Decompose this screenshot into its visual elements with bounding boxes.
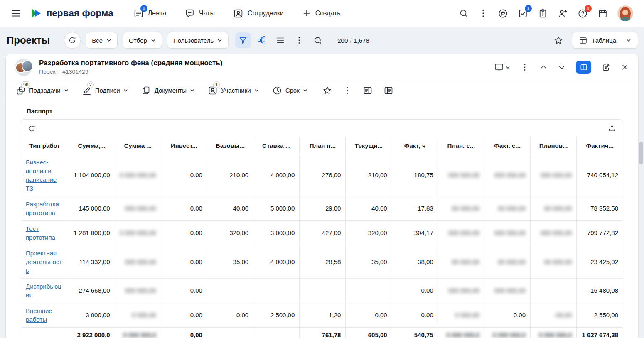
next-record-button[interactable] (558, 63, 566, 71)
nav-item-feed[interactable]: 1 Лента (133, 8, 166, 19)
value-cell: 180,75 (392, 154, 438, 196)
column-header-8[interactable]: Факт, ч (392, 137, 438, 154)
work-type-cell: Проектная деятельность (21, 245, 69, 278)
doc-view-button[interactable] (363, 86, 373, 96)
column-header-6[interactable]: План п... (300, 137, 346, 154)
toolbar-search-button[interactable] (310, 32, 326, 48)
value-cell: 0.00 (392, 303, 438, 327)
column-header-7[interactable]: Текущи... (346, 137, 392, 154)
value-cell: 0.00 (161, 278, 207, 303)
feed-badge: 1 (140, 5, 147, 12)
nav-label-employees: Сотрудники (248, 10, 284, 17)
value-cell: 23 425,02 (577, 245, 623, 278)
user-avatar[interactable] (617, 5, 633, 21)
tab-subtasks[interactable]: 96 Подзадачи (16, 86, 69, 96)
more-icon[interactable] (478, 8, 488, 18)
card-more-button[interactable] (520, 63, 529, 72)
work-type-link[interactable]: Разработка прототипа (26, 201, 59, 216)
tab-signatures[interactable]: 2 Подписи (82, 86, 128, 96)
column-header-3[interactable]: Инвест... (161, 137, 207, 154)
search-icon[interactable] (459, 8, 469, 18)
filter-all-dropdown[interactable]: Все (86, 32, 118, 49)
value-cell: 0.00 (392, 278, 438, 303)
hierarchy-view-button[interactable] (254, 32, 270, 48)
tab-deadline[interactable]: Срок (272, 86, 307, 96)
table-row: Проектная деятельность114 332,00000 000,… (21, 245, 623, 278)
value-cell: 1 627 674,38 (577, 327, 623, 338)
counter-total: 1,678 (354, 37, 369, 44)
refresh-icon (68, 36, 76, 44)
value-cell: 5 000,00 (253, 196, 300, 220)
panel-export-button[interactable] (608, 124, 616, 132)
column-header-10[interactable]: Факт. с... (484, 137, 530, 154)
column-header-11[interactable]: Планов... (531, 137, 577, 154)
deadline-clock-icon (272, 86, 282, 96)
counter-current: 200 (337, 37, 348, 44)
nav-item-create[interactable]: Создать (302, 9, 341, 18)
filter-user-dropdown[interactable]: Пользователь (167, 32, 229, 49)
work-type-cell: Разработка прототипа (21, 196, 69, 220)
app-logo[interactable]: первая форма (30, 7, 113, 20)
screen-share-button[interactable] (494, 62, 510, 72)
column-header-4[interactable]: Базовы... (207, 137, 253, 154)
tab-participants[interactable]: 1 Участники (208, 86, 259, 96)
filter-funnel-button[interactable] (235, 32, 251, 48)
help-icon[interactable]: 1 (578, 8, 588, 19)
favorite-view-button[interactable] (553, 35, 563, 45)
vertical-scrollbar-thumb[interactable] (639, 142, 643, 164)
tabs-more-button[interactable] (343, 86, 352, 95)
prev-record-button[interactable] (539, 63, 548, 71)
clipboard-icon[interactable] (538, 8, 548, 19)
task-card-actions (494, 61, 629, 74)
help-badge: 1 (585, 5, 592, 12)
toolbar-more-button[interactable] (291, 32, 307, 48)
calendar-icon[interactable] (597, 8, 608, 19)
work-type-cell: Внешние работы (21, 303, 69, 327)
doc-view-icon (363, 86, 373, 96)
favorites-icon[interactable] (498, 8, 508, 19)
column-header-1[interactable]: Сумма,... (69, 137, 115, 154)
close-button[interactable] (621, 63, 629, 71)
documents-icon (141, 86, 151, 96)
work-type-link[interactable]: Проектная деятельность (26, 250, 62, 274)
nav-item-chats[interactable]: Чаты (184, 8, 215, 19)
value-cell: 799 772,82 (577, 220, 623, 245)
chevron-down-icon (558, 63, 566, 71)
chats-icon (184, 8, 195, 19)
view-switcher-label: Таблица (592, 37, 616, 44)
column-header-2[interactable]: Сумма ... (115, 137, 161, 154)
edit-button[interactable] (601, 63, 611, 72)
work-type-link[interactable]: Тест прототипа (26, 225, 55, 241)
tab-extra-actions (322, 86, 393, 96)
grid-header-row: Тип работСумма,...Сумма ...Инвест...Базо… (21, 137, 623, 154)
subtasks-icon: 96 (16, 86, 26, 96)
column-header-5[interactable]: Ставка ... (253, 137, 300, 154)
logo-mark-icon (30, 7, 42, 20)
favorite-task-button[interactable] (322, 86, 332, 95)
nav-item-employees[interactable]: Сотрудники (233, 8, 284, 19)
work-type-link[interactable]: Дистрибьюция (26, 283, 61, 299)
feed-icon: 1 (133, 8, 144, 19)
tasks-icon[interactable]: 1 (518, 8, 528, 19)
participants-avatars[interactable] (15, 59, 32, 76)
filter-selection-dropdown[interactable]: Отбор (123, 32, 162, 49)
value-cell (300, 278, 346, 303)
work-type-link[interactable]: Внешние работы (26, 307, 52, 323)
column-header-12[interactable]: Фактич... (577, 137, 623, 154)
doc-view-alt-button[interactable] (383, 86, 393, 96)
value-cell: 0.00 (161, 196, 207, 220)
panel-refresh-button[interactable] (28, 125, 36, 132)
side-panel-toggle-button[interactable] (576, 61, 591, 74)
value-cell: 000 000,00 (531, 154, 577, 196)
column-header-0[interactable]: Тип работ (21, 137, 69, 154)
list-view-button[interactable] (273, 32, 288, 48)
value-cell: 4 000,00 (253, 154, 300, 196)
column-header-9[interactable]: План. с... (438, 137, 484, 154)
add-user-icon[interactable] (558, 8, 568, 19)
refresh-button[interactable] (64, 32, 81, 49)
tab-documents[interactable]: Документы (141, 86, 194, 96)
view-switcher[interactable]: Таблица (572, 32, 638, 49)
chevron-down-icon (506, 65, 510, 70)
work-type-link[interactable]: Бизнес-анализ и написание ТЗ (26, 159, 57, 192)
hamburger-menu-icon[interactable] (11, 8, 22, 19)
